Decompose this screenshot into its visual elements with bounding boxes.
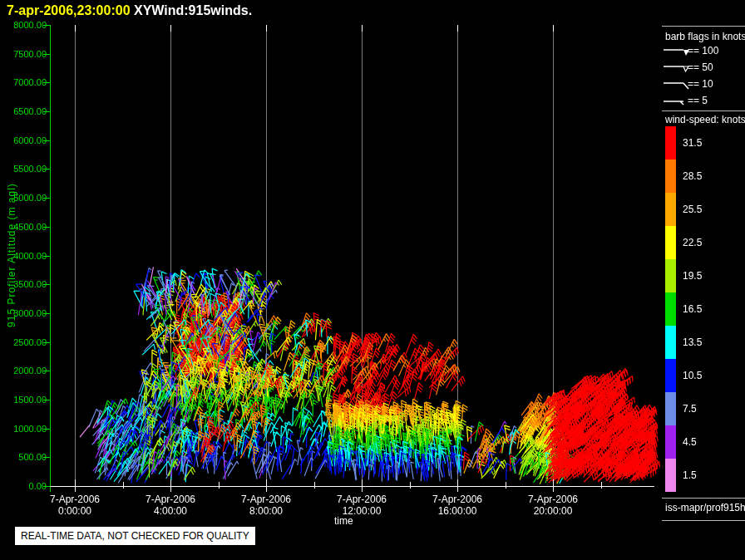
barb-legend-value: == 50 <box>688 61 713 73</box>
x-tick-mark-minor <box>601 482 602 489</box>
y-tick-mark <box>43 82 50 83</box>
x-tick-mark-top <box>362 25 363 32</box>
colorbar-segment <box>665 226 676 259</box>
colorbar-segment <box>665 126 676 160</box>
y-tick-mark <box>43 486 50 487</box>
colorbar-title: wind-speed: knots <box>665 114 745 125</box>
x-tick-mark-major <box>553 479 554 492</box>
x-tick-mark-top <box>457 25 458 32</box>
y-tick-label: 3500.00 <box>0 279 47 289</box>
x-tick-mark-minor <box>410 482 411 489</box>
x-tick-label: 7-Apr-200620:00:00 <box>507 494 599 517</box>
y-tick-mark <box>43 54 50 55</box>
x-tick-mark-minor <box>123 482 124 489</box>
colorbar-separator <box>662 111 745 111</box>
x-tick-time: 12:00:00 <box>316 505 407 517</box>
y-axis-line <box>50 25 51 492</box>
y-tick-label: 0.00 <box>0 481 47 491</box>
y-tick-mark <box>43 342 50 343</box>
y-tick-label: 7500.00 <box>0 49 47 59</box>
y-tick-label: 4000.00 <box>0 251 47 261</box>
colorbar-segment <box>665 359 676 392</box>
colorbar-segment <box>665 326 676 359</box>
colorbar-value: 19.5 <box>683 270 702 282</box>
y-tick-label: 1000.00 <box>0 424 47 434</box>
x-tick-date: 7-Apr-2006 <box>220 494 312 505</box>
y-tick-label: 2500.00 <box>0 337 47 347</box>
barb-legend-title: barb flags in knots <box>665 31 745 42</box>
x-tick-mark-major <box>170 479 171 492</box>
x-tick-label: 7-Apr-200616:00:00 <box>412 494 503 517</box>
colorbar-value: 22.5 <box>683 237 702 248</box>
x-tick-time: 4:00:00 <box>125 505 216 517</box>
x-tick-time: 8:00:00 <box>220 505 312 517</box>
y-tick-label: 7000.00 <box>0 77 47 87</box>
y-tick-label: 6000.00 <box>0 135 47 145</box>
barb-legend-value: == 100 <box>688 45 718 56</box>
y-tick-mark <box>43 169 50 169</box>
colorbar-segment <box>665 459 676 492</box>
x-tick-time: 16:00:00 <box>412 505 503 517</box>
barb-legend-row: == 100 <box>663 43 745 60</box>
y-tick-mark <box>43 284 50 285</box>
x-tick-date: 7-Apr-2006 <box>125 494 216 505</box>
colorbar-value: 1.5 <box>683 469 697 481</box>
barb-legend-row: == 50 <box>663 60 745 76</box>
footer-separator-top <box>662 498 745 499</box>
plot-title: 7-apr-2006,23:00:00 XYWind:915winds. <box>7 3 252 18</box>
y-tick-mark <box>43 25 50 26</box>
colorbar-value: 28.5 <box>683 170 702 182</box>
x-tick-mark-major <box>362 479 363 492</box>
y-tick-mark <box>43 256 50 257</box>
x-tick-label: 7-Apr-20064:00:00 <box>125 494 216 517</box>
footer-separator-bottom <box>662 520 745 521</box>
colorbar-value: 25.5 <box>683 204 702 215</box>
title-plot-name: XYWind:915winds. <box>131 3 253 17</box>
y-tick-mark <box>43 140 50 141</box>
x-tick-date: 7-Apr-2006 <box>507 494 599 505</box>
x-tick-mark-minor <box>314 482 315 489</box>
x-tick-mark-top <box>553 25 554 32</box>
y-tick-label: 4500.00 <box>0 222 47 232</box>
y-tick-mark <box>43 457 50 458</box>
x-tick-mark-minor <box>506 482 506 489</box>
y-tick-label: 3000.00 <box>0 308 47 318</box>
flag100-barb-icon <box>663 46 691 57</box>
x-tick-mark-top <box>170 25 171 32</box>
barb-legend-row: == 10 <box>663 76 745 93</box>
colorbar-value: 13.5 <box>683 336 702 348</box>
wind-barb-plot-canvas <box>0 0 745 560</box>
x-tick-date: 7-Apr-2006 <box>316 494 407 505</box>
y-tick-mark <box>43 400 50 400</box>
colorbar-value: 4.5 <box>683 436 697 448</box>
y-tick-mark <box>43 198 50 199</box>
x-tick-label: 7-Apr-20068:00:00 <box>220 494 312 517</box>
y-tick-mark <box>43 313 50 314</box>
x-axis-title: time <box>334 515 353 527</box>
x-tick-mark-minor <box>219 482 220 489</box>
y-tick-label: 8000.00 <box>0 20 47 30</box>
y-tick-label: 5500.00 <box>0 164 47 174</box>
colorbar-segment <box>665 259 676 292</box>
y-tick-label: 2000.00 <box>0 366 47 376</box>
colorbar-segment <box>665 292 676 326</box>
x-tick-date: 7-Apr-2006 <box>29 494 121 505</box>
colorbar-segment <box>665 425 676 459</box>
x-tick-mark-top <box>266 25 267 32</box>
x-tick-mark-major <box>457 479 458 492</box>
source-path-label: iss-mapr/prof915h <box>665 502 745 513</box>
wind-profiler-app: { "title": { "timestamp": "7-apr-2006,23… <box>0 0 745 560</box>
title-timestamp: 7-apr-2006,23:00:00 <box>7 3 131 17</box>
y-tick-label: 5000.00 <box>0 193 47 203</box>
x-tick-mark-major <box>75 479 76 492</box>
x-tick-mark-top <box>75 25 76 32</box>
quality-disclaimer-badge: REAL-TIME DATA, NOT CHECKED FOR QUALITY <box>15 527 255 545</box>
y-tick-mark <box>43 111 50 112</box>
legend-top-separator <box>662 26 745 27</box>
x-tick-time: 20:00:00 <box>507 505 599 517</box>
y-tick-label: 500.00 <box>0 452 47 462</box>
colorbar-value: 31.5 <box>683 137 702 149</box>
colorbar-value: 16.5 <box>683 303 702 315</box>
x-tick-time: 0:00:00 <box>29 505 121 517</box>
y-tick-mark <box>43 371 50 371</box>
